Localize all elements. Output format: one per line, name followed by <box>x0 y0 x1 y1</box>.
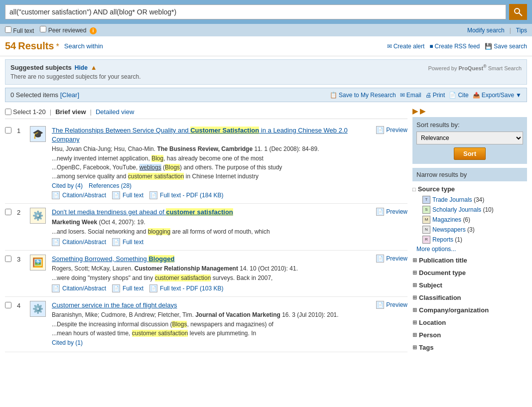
sort-box: Sort results by: Relevance Date (newest … <box>412 117 527 164</box>
full-text-link[interactable]: 📄Full text <box>112 191 143 199</box>
person-plus-icon: ⊞ <box>412 332 417 338</box>
search-options-left: Full text Peer reviewed i <box>5 26 97 34</box>
email-link[interactable]: ✉ Email <box>400 92 421 99</box>
result-3-preview-link[interactable]: 📄Preview <box>376 255 407 263</box>
full-text-checkbox-label[interactable]: Full text <box>5 26 34 34</box>
hide-subjects-link[interactable]: Hide <box>75 64 88 71</box>
export-save-link[interactable]: 📤 Export/Save ▼ <box>473 92 522 99</box>
newspapers-link[interactable]: Newspapers (3) <box>432 226 475 233</box>
brief-view-link[interactable]: Brief view <box>55 108 86 116</box>
suggested-subjects-left: Suggested subjects Hide ▲ There are no s… <box>10 64 140 80</box>
full-text-link-2[interactable]: 📄Full text <box>112 238 143 246</box>
print-link[interactable]: 🖨 Print <box>425 92 445 99</box>
scholarly-journals-link[interactable]: Scholarly Journals (10) <box>432 206 494 213</box>
person-title[interactable]: ⊞ Person <box>412 329 527 341</box>
search-bar-container: all("customer satisfaction") AND all(blo… <box>0 0 532 24</box>
print-icon: 🖨 <box>425 92 431 99</box>
clear-selection-link[interactable]: [Clear] <box>60 91 79 99</box>
results-title: 54 Results * Search within <box>5 40 103 52</box>
result-1-title-row: The Relationships Between Service Qualit… <box>52 126 407 144</box>
results-header: 54 Results * Search within ✉ Create aler… <box>0 36 532 56</box>
peer-reviewed-label-el[interactable]: Peer reviewed i <box>40 26 96 34</box>
selected-bar: 0 Selected items [Clear] 📋 Save to My Re… <box>5 88 527 102</box>
sidebar-nav-arrows: ▶ ▶ <box>412 105 527 117</box>
result-3-checkbox[interactable] <box>5 256 11 262</box>
suggested-subjects-panel: Suggested subjects Hide ▲ There are no s… <box>5 59 527 85</box>
result-4-title[interactable]: Customer service in the face of flight d… <box>52 301 177 310</box>
result-1-preview-link[interactable]: 📄Preview <box>376 126 407 134</box>
search-input[interactable]: all("customer satisfaction") AND all(blo… <box>5 4 506 19</box>
reports-link[interactable]: Reports (1) <box>432 236 462 243</box>
source-type-title[interactable]: □ Source type <box>412 183 527 195</box>
doc-icon-3c: 📄 <box>149 284 157 292</box>
save-icon: 💾 <box>485 43 492 50</box>
more-options-link[interactable]: More options... <box>412 245 527 254</box>
result-item: 3 🖼️ Something Borrowed, Something Blogg… <box>5 251 407 297</box>
narrow-item-scholarly-journals: S Scholarly Journals (10) <box>412 205 527 215</box>
result-4-body: Customer service in the face of flight d… <box>52 301 407 348</box>
result-2-preview-link[interactable]: 📄Preview <box>376 208 407 216</box>
result-2-checkbox[interactable] <box>5 209 11 215</box>
result-1-checkbox[interactable] <box>5 127 11 134</box>
cited-by-link-4[interactable]: Cited by (1) <box>52 339 83 346</box>
classification-title[interactable]: ⊞ Classification <box>412 292 527 303</box>
result-2-title[interactable]: Don't let media trendiness get ahead of … <box>52 208 233 217</box>
result-4-preview-link[interactable]: 📄Preview <box>376 301 407 309</box>
tags-title[interactable]: ⊞ Tags <box>412 342 527 353</box>
result-1-title[interactable]: The Relationships Between Service Qualit… <box>52 126 372 144</box>
sort-select[interactable]: Relevance Date (newest first) Date (olde… <box>416 132 523 144</box>
select-all-checkbox[interactable] <box>5 109 11 115</box>
subject-title[interactable]: ⊞ Subject <box>412 279 527 291</box>
results-tools: ✉ Create alert ■ Create RSS feed 💾 Save … <box>387 43 527 50</box>
magazines-link[interactable]: Magazines (6) <box>432 216 470 223</box>
results-count: 54 <box>5 40 16 52</box>
create-alert-link[interactable]: ✉ Create alert <box>387 43 425 50</box>
result-3-icon: 🖼️ <box>30 255 48 292</box>
view-divider2: | <box>90 108 92 116</box>
cite-link[interactable]: 📄 Cite <box>449 92 468 99</box>
classification-plus-icon: ⊞ <box>412 294 417 301</box>
doc-type-title[interactable]: ⊞ Document type <box>412 267 527 278</box>
citation-abstract-link-2[interactable]: 📄Citation/Abstract <box>52 238 106 246</box>
result-3-title[interactable]: Something Borrowed, Something Blogged <box>52 255 174 264</box>
sort-button[interactable]: Sort <box>454 147 486 160</box>
full-text-pdf-link[interactable]: 📄Full text - PDF (184 KB) <box>149 191 223 199</box>
trade-journals-link[interactable]: Trade Journals (34) <box>432 196 484 203</box>
result-4-checkbox[interactable] <box>5 302 11 308</box>
pub-title-title[interactable]: ⊞ Publication title <box>412 255 527 266</box>
result-4-num: 4 <box>17 301 26 348</box>
search-button[interactable] <box>509 4 527 20</box>
save-search-link[interactable]: 💾 Save search <box>485 43 527 50</box>
location-title[interactable]: ⊞ Location <box>412 317 527 328</box>
narrow-item-newspapers: N Newspapers (3) <box>412 225 527 235</box>
scholarly-journals-icon: S <box>422 206 430 214</box>
full-text-checkbox[interactable] <box>5 26 11 33</box>
tips-link[interactable]: Tips <box>516 27 527 34</box>
result-2-snippet: ...and losers. Social networking and blo… <box>52 227 407 236</box>
company-org-title[interactable]: ⊞ Company/organization <box>412 304 527 316</box>
search-within-link[interactable]: Search within <box>64 42 103 50</box>
save-to-my-research-link[interactable]: 📋 Save to My Research <box>330 92 396 99</box>
create-rss-link[interactable]: ■ Create RSS feed <box>429 43 480 50</box>
magazine-icon-3: 🖼️ <box>30 255 46 271</box>
full-text-pdf-link-3[interactable]: 📄Full text - PDF (103 KB) <box>149 284 223 292</box>
peer-reviewed-checkbox[interactable] <box>40 26 46 32</box>
references-link[interactable]: References (28) <box>89 182 132 189</box>
modify-search-link[interactable]: Modify search <box>467 27 505 34</box>
result-2-title-row: Don't let media trendiness get ahead of … <box>52 208 407 217</box>
citation-abstract-link-3[interactable]: 📄Citation/Abstract <box>52 284 106 292</box>
citation-abstract-link[interactable]: 📄Citation/Abstract <box>52 191 106 199</box>
preview-icon-4: 📄 <box>376 301 384 309</box>
select-all-label[interactable]: Select 1-20 <box>5 108 46 116</box>
doc-icon-2a: 📄 <box>52 238 60 246</box>
doc-icon-2b: 📄 <box>112 238 120 246</box>
detailed-view-link[interactable]: Detailed view <box>96 108 134 116</box>
peer-reviewed-info-icon[interactable]: i <box>90 27 97 34</box>
result-1-cited-refs: Cited by (4) References (28) <box>52 182 407 189</box>
doc-icon-1a: 📄 <box>52 191 60 199</box>
full-text-link-3[interactable]: 📄Full text <box>112 284 143 292</box>
person-section: ⊞ Person <box>412 329 527 341</box>
result-2-links: 📄Citation/Abstract 📄Full text <box>52 238 407 246</box>
cited-by-link[interactable]: Cited by (4) <box>52 182 83 189</box>
search-options-row: Full text Peer reviewed i Modify search … <box>0 24 532 36</box>
